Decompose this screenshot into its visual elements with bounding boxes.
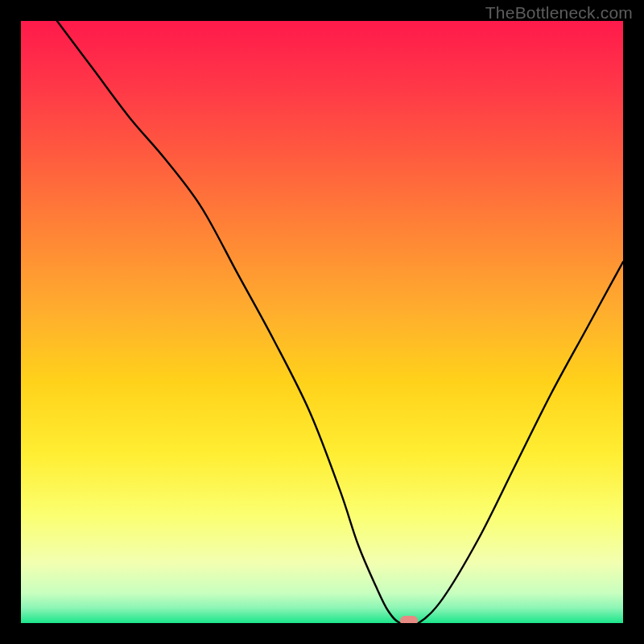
plot-area bbox=[21, 21, 623, 623]
watermark-text: TheBottleneck.com bbox=[485, 3, 633, 23]
chart-frame: TheBottleneck.com bbox=[0, 0, 644, 644]
bottleneck-curve bbox=[21, 21, 623, 623]
optimal-marker bbox=[400, 616, 418, 623]
